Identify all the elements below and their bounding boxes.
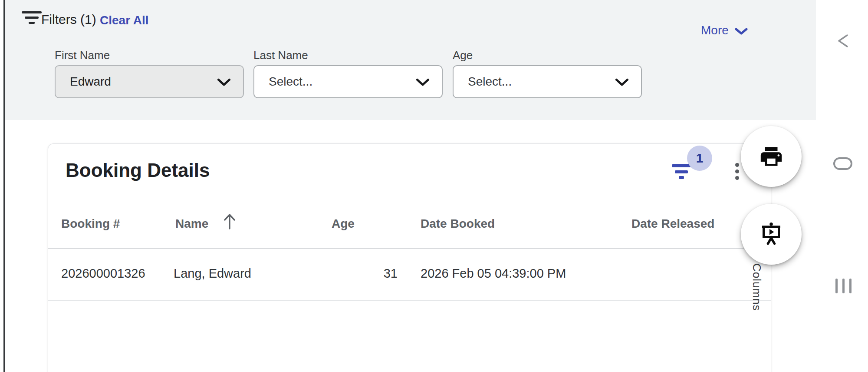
sort-ascending-icon [222,213,237,230]
presentation-icon [758,221,784,247]
cell-name: Lang, Edward [174,266,251,281]
column-header-age[interactable]: Age [332,217,355,231]
filter-list-icon [22,11,42,24]
last-name-dropdown[interactable]: Select... [253,65,443,98]
first-name-dropdown[interactable]: Edward [55,65,244,98]
clear-all-button[interactable]: Clear All [100,13,149,28]
first-name-value: Edward [70,66,111,97]
cell-booking-number: 202600001326 [61,266,145,281]
column-header-booking[interactable]: Booking # [61,217,120,231]
card-title: Booking Details [66,159,210,181]
kebab-menu-icon[interactable] [732,163,742,182]
chevron-down-icon [416,78,430,86]
nav-recent-apps-icon[interactable] [835,279,852,293]
row-divider [48,300,771,301]
screen: Filters (1) Clear All More First Name Ed… [0,0,868,372]
age-dropdown[interactable]: Select... [453,65,642,98]
more-label: More [701,23,729,37]
table-filter-icon[interactable] [672,164,691,179]
nav-home-icon[interactable] [833,157,852,170]
field-label: Age [453,48,642,65]
filter-field-last-name: Last Name Select... [253,48,443,98]
nav-back-icon[interactable] [837,34,849,48]
column-header-name[interactable]: Name [175,217,208,231]
present-button[interactable] [741,204,802,265]
column-header-date-released[interactable]: Date Released [631,217,714,231]
field-label: First Name [55,48,244,65]
print-button[interactable] [741,126,802,187]
filter-field-age: Age Select... [453,48,642,98]
filters-title: Filters (1) [41,12,96,27]
last-name-placeholder: Select... [269,66,312,97]
more-filters-button[interactable]: More [701,23,748,37]
filter-count-badge: 1 [687,146,712,171]
booking-details-card: Booking Details 1 Booking # Name Age Dat… [48,143,771,372]
columns-tab[interactable]: Columns [750,263,763,311]
filter-field-first-name: First Name Edward [55,48,244,98]
chevron-down-icon [217,78,231,86]
filters-panel: Filters (1) Clear All More First Name Ed… [5,0,816,120]
field-label: Last Name [253,48,443,65]
chevron-down-icon [735,28,748,35]
chevron-down-icon [615,78,629,86]
column-header-date-booked[interactable]: Date Booked [421,217,495,231]
age-placeholder: Select... [468,66,512,97]
printer-icon [759,144,784,169]
cell-age: 31 [332,266,398,281]
table-row[interactable] [48,249,771,300]
cell-date-booked: 2026 Feb 05 04:39:00 PM [421,266,566,281]
